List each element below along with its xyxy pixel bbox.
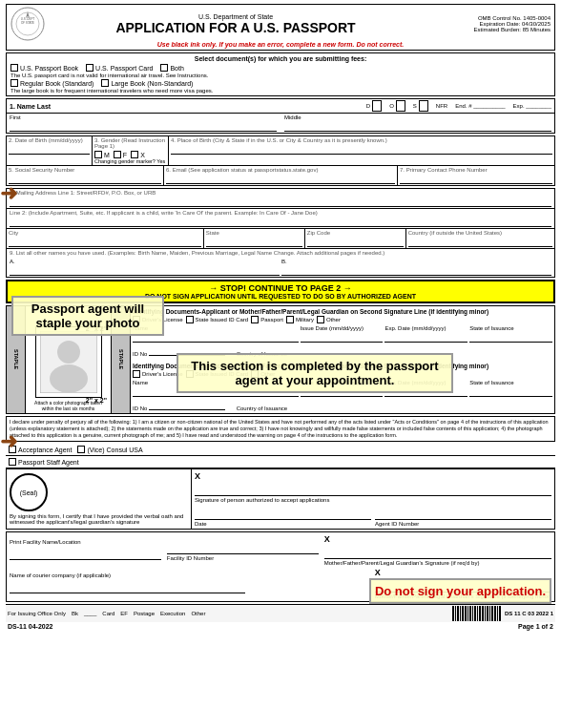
seal: (Seal) — [10, 473, 48, 511]
passport-staff-row: Passport Staff Agent — [6, 456, 555, 468]
passport-book-checkbox[interactable]: U.S. Passport Book — [10, 64, 78, 72]
address-section: 8. Mailing Address Line 1: Street/RFD#, … — [6, 188, 555, 278]
form-number: DS-11 04-2022 — [8, 623, 52, 630]
acceptance-row: Acceptance Agent (Vice) Consul USA — [6, 444, 555, 456]
ds-number: DS 11 C 03 2022 1 — [505, 611, 553, 616]
large-book-note: The large book is for frequent internati… — [10, 88, 551, 94]
other-label: Other — [191, 611, 205, 616]
regular-book-checkbox[interactable]: Regular Book (Standard) — [10, 79, 94, 87]
drivers-license-check2[interactable]: Driver's License — [133, 370, 183, 378]
x-mark-guardian: X — [324, 534, 330, 544]
dob-gender-pob-section: 2. Date of Birth (mm/dd/yyyy) 3. Gender … — [6, 135, 555, 186]
gender-m-checkbox[interactable]: M — [94, 151, 110, 158]
facility-id-label: Facility ID Number — [167, 555, 319, 561]
agent-id-label: Agent ID Number — [375, 521, 551, 527]
arrow-2: ➜ — [0, 429, 17, 454]
header-department: U.S. Department of State — [45, 13, 426, 20]
s-box: S — [413, 100, 428, 112]
passport-agent-overlay: Passport agent will staple your photo — [11, 296, 164, 336]
state-id-check[interactable]: State Issued ID Card — [186, 316, 249, 323]
passport-staff-checkbox[interactable]: Passport Staff Agent — [9, 458, 79, 466]
passport-card-checkbox[interactable]: U.S. Passport Card — [86, 64, 153, 72]
name-b-label: B. — [281, 259, 287, 264]
mother-father-label: Mother/Father/Parent/Legal Guardian's Si… — [324, 560, 551, 566]
both-checkbox[interactable]: Both — [160, 64, 183, 72]
large-book-checkbox[interactable]: Large Book (Non-Standard) — [101, 79, 193, 87]
declaration: I declare under penalty of perjury all o… — [6, 416, 555, 442]
arrow-1: ➜ — [0, 181, 17, 206]
name-section: 1. Name Last D O S NFR End. # __________ — [6, 98, 555, 134]
barcode — [452, 606, 501, 621]
gender-f-checkbox[interactable]: F — [114, 151, 127, 158]
do-not-sign-overlay: Do not sign your application. — [369, 578, 551, 604]
header: U.S. DEPT OF STATE U.S. Department of St… — [6, 4, 555, 51]
gender-label: 3. Gender (Read Instruction Page 1) — [94, 137, 166, 149]
svg-text:OF STATE: OF STATE — [21, 21, 34, 25]
x-mark-minor: X — [375, 568, 381, 577]
passport-check[interactable]: Passport — [251, 316, 283, 323]
fees-section: Select document(s) for which you are sub… — [6, 52, 555, 96]
signature-section: (Seal) By signing this form, I certify t… — [6, 468, 555, 530]
fees-title: Select document(s) for which you are sub… — [10, 55, 551, 62]
date-label: Date — [195, 521, 371, 527]
dob-label: 2. Date of Birth (mm/dd/yyyy) — [9, 137, 90, 143]
svg-point-7 — [50, 364, 88, 393]
card-label: Card — [102, 611, 114, 616]
sig-by-signing: By signing this form, I certify that I h… — [10, 513, 188, 525]
gender-x-checkbox[interactable]: X — [131, 151, 145, 158]
this-section-overlay: This section is completed by the passpor… — [177, 353, 453, 393]
sig-label: Signature of person authorized to accept… — [195, 497, 551, 503]
id-checkboxes-row1: Driver's License State Issued ID Card Pa… — [133, 316, 552, 323]
other-check[interactable]: Other — [317, 316, 341, 323]
d-box: D — [366, 100, 382, 112]
bottom-row: For Issuing Office Only Bk ____ Card EF … — [6, 604, 555, 622]
id-no-row2: ID No Country of Issuance — [133, 399, 552, 411]
nfr-label: NFR — [436, 103, 447, 109]
gender-note: Changing gender marker? Yes — [94, 158, 166, 164]
page-number: Page 1 of 2 — [518, 623, 553, 630]
military-check[interactable]: Military — [286, 316, 314, 323]
photo-box — [35, 326, 102, 398]
acceptance-agent-checkbox[interactable]: Acceptance Agent — [9, 446, 72, 453]
name-label: 1. Name Last — [10, 103, 51, 110]
form-bottom: DS-11 04-2022 Page 1 of 2 — [6, 622, 555, 631]
header-title: APPLICATION FOR A U.S. PASSPORT — [45, 20, 426, 35]
seal-icon: U.S. DEPT OF STATE — [10, 7, 45, 41]
stop-title: → STOP! CONTINUE TO PAGE 2 → — [11, 283, 550, 293]
end-label: End. # __________ — [455, 103, 505, 109]
consul-checkbox[interactable]: (Vice) Consul USA — [77, 446, 142, 453]
header-note: Use black ink only. If you make an error… — [157, 41, 404, 48]
postage-label: Postage — [134, 611, 155, 616]
o-box: O — [389, 100, 405, 112]
id-fields-row1: Name Issue Date (mm/dd/yyyy) Exp. Date (… — [133, 325, 552, 343]
ef-label: EF — [120, 611, 128, 616]
exp-label: Exp. ________ — [513, 103, 551, 109]
execution-label: Execution — [160, 611, 185, 616]
for-issuing-label: For Issuing Office Only — [8, 611, 66, 616]
bk-label: Bk — [72, 611, 78, 616]
header-omb: OMB Control No. 1405-0004 Expiration Dat… — [426, 15, 551, 32]
id-section-title-1: Identifying Documents-Applicant or Mothe… — [133, 308, 552, 315]
name-a-label: A. — [10, 259, 15, 264]
x-mark-sig: X — [195, 471, 200, 481]
other-names-label: 9. List all other names you have used. (… — [10, 250, 551, 256]
photo-size-bottom: 2" x 2" — [86, 397, 107, 404]
svg-point-6 — [57, 341, 80, 364]
fees-note: The U.S. passport card is not valid for … — [10, 73, 551, 78]
